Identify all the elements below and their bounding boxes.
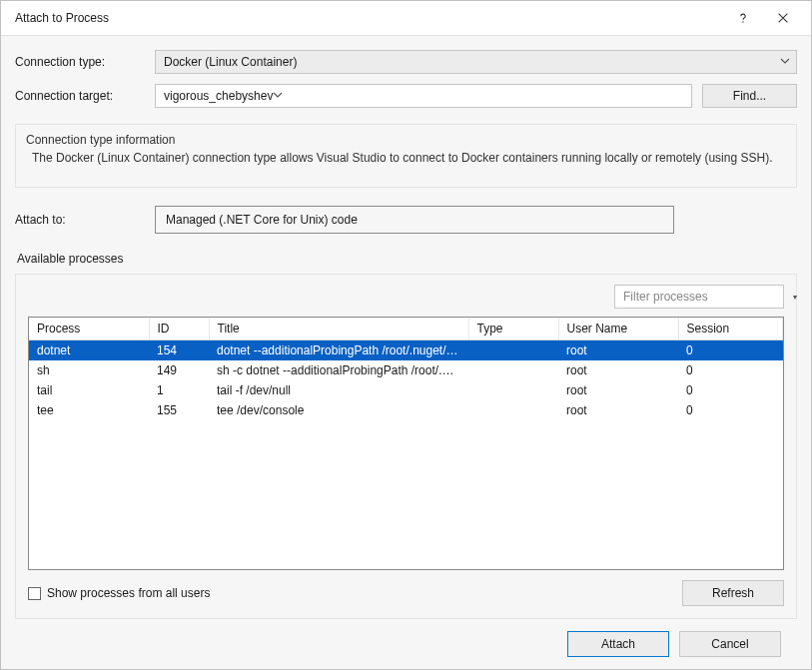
col-id[interactable]: ID [149, 318, 209, 340]
close-icon [776, 11, 790, 25]
cell-type [468, 380, 558, 400]
chevron-down-icon [273, 89, 283, 103]
cell-username: root [558, 380, 678, 400]
cell-process: tee [29, 400, 149, 420]
filter-processes-input[interactable] [621, 289, 775, 305]
dropdown-arrow-icon[interactable]: ▾ [793, 293, 797, 302]
cell-title: sh -c dotnet --additionalProbingPath /ro… [209, 360, 468, 380]
window-title: Attach to Process [15, 11, 723, 25]
connection-target-input[interactable]: vigorous_chebyshev [155, 84, 692, 108]
processes-table-wrap: Process ID Title Type User Name Session … [28, 317, 784, 570]
processes-panel: ▾ Process ID Title Type User Name [15, 274, 797, 619]
cell-id: 1 [149, 380, 209, 400]
cell-username: root [558, 340, 678, 361]
svg-point-0 [742, 21, 743, 22]
dialog-footer: Attach Cancel [15, 619, 797, 669]
table-row[interactable]: dotnet154dotnet --additionalProbingPath … [29, 340, 783, 361]
connection-target-label: Connection target: [15, 89, 155, 103]
attach-to-value: Managed (.NET Core for Unix) code [166, 213, 358, 227]
table-row[interactable]: sh149sh -c dotnet --additionalProbingPat… [29, 360, 783, 380]
connection-info-box: Connection type information The Docker (… [15, 124, 797, 188]
connection-type-value: Docker (Linux Container) [164, 55, 297, 69]
cell-session: 0 [678, 340, 783, 361]
table-row[interactable]: tail1tail -f /dev/nullroot0 [29, 380, 783, 400]
col-title[interactable]: Title [209, 318, 468, 340]
cell-type [468, 340, 558, 361]
cell-type [468, 360, 558, 380]
help-button[interactable] [723, 1, 763, 35]
connection-target-value: vigorous_chebyshev [164, 89, 273, 103]
cell-username: root [558, 400, 678, 420]
cell-process: sh [29, 360, 149, 380]
cell-id: 154 [149, 340, 209, 361]
connection-type-label: Connection type: [15, 55, 155, 69]
col-type[interactable]: Type [468, 318, 558, 340]
attach-button[interactable]: Attach [567, 631, 669, 657]
attach-to-process-dialog: Attach to Process Connection type: Docke… [0, 0, 812, 670]
table-row[interactable]: tee155tee /dev/consoleroot0 [29, 400, 783, 420]
cell-process: tail [29, 380, 149, 400]
col-process[interactable]: Process [29, 318, 149, 340]
cell-process: dotnet [29, 340, 149, 361]
cell-session: 0 [678, 380, 783, 400]
cancel-button[interactable]: Cancel [679, 631, 781, 657]
refresh-button[interactable]: Refresh [682, 580, 784, 606]
cell-id: 155 [149, 400, 209, 420]
filter-processes-box[interactable]: ▾ [614, 285, 784, 309]
cell-title: tee /dev/console [209, 400, 468, 420]
attach-to-field: Managed (.NET Core for Unix) code [155, 206, 674, 234]
available-processes-label: Available processes [17, 252, 797, 266]
help-icon [736, 11, 750, 25]
show-all-users-label: Show processes from all users [47, 586, 210, 600]
col-session[interactable]: Session [678, 318, 783, 340]
dialog-content: Connection type: Docker (Linux Container… [1, 35, 811, 669]
cell-session: 0 [678, 400, 783, 420]
close-button[interactable] [763, 1, 803, 35]
col-username[interactable]: User Name [558, 318, 678, 340]
cell-username: root [558, 360, 678, 380]
cell-session: 0 [678, 360, 783, 380]
cell-title: dotnet --additionalProbingPath /root/.nu… [209, 340, 468, 361]
find-button[interactable]: Find... [702, 84, 797, 108]
cell-title: tail -f /dev/null [209, 380, 468, 400]
attach-to-label: Attach to: [15, 213, 155, 227]
show-all-users-checkbox[interactable]: Show processes from all users [28, 586, 210, 600]
chevron-down-icon [780, 55, 790, 69]
checkbox-icon [28, 587, 41, 600]
titlebar: Attach to Process [1, 1, 811, 35]
cell-id: 149 [149, 360, 209, 380]
connection-type-dropdown[interactable]: Docker (Linux Container) [155, 50, 797, 74]
cell-type [468, 400, 558, 420]
connection-info-header: Connection type information [26, 133, 786, 147]
processes-table: Process ID Title Type User Name Session … [29, 318, 783, 420]
connection-info-text: The Docker (Linux Container) connection … [26, 151, 786, 165]
